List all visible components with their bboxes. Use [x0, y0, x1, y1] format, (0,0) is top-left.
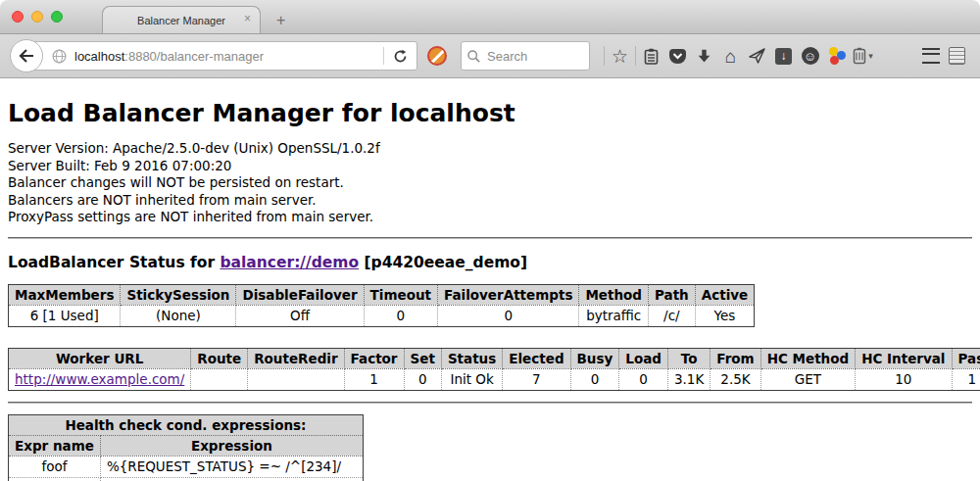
toolbar-separator	[604, 46, 605, 66]
column-header: Active	[695, 284, 755, 305]
back-arrow-icon	[19, 49, 34, 63]
table-cell: %{REQUEST_STATUS} =~ /^[234]/	[100, 456, 363, 477]
balancer-settings-table: MaxMembersStickySessionDisableFailoverTi…	[8, 284, 755, 327]
bookmark-star-icon[interactable]: ☆	[607, 44, 633, 68]
balancer-status-heading: LoadBalancer Status for balancer://demo …	[8, 254, 972, 271]
table-cell	[191, 368, 248, 390]
clipboard-icon[interactable]	[638, 44, 664, 68]
toolbar-separator	[635, 46, 636, 66]
table-cell: 0	[619, 368, 668, 390]
page-thumbnail-icon[interactable]	[944, 44, 970, 68]
balancer-demo-link[interactable]: balancer://demo	[220, 254, 359, 271]
column-header: Expr name	[9, 435, 101, 456]
table-cell: 0	[438, 305, 579, 326]
column-header: Passes	[952, 348, 980, 368]
table-cell: foof	[9, 456, 101, 477]
column-header: Status	[441, 348, 502, 368]
column-header: DisableFailover	[236, 284, 364, 305]
table-cell: 6 [1 Used]	[9, 305, 121, 326]
column-header: Set	[404, 348, 441, 368]
page-content: Load Balancer Manager for localhost Serv…	[0, 78, 980, 481]
tab-bar: Balancer Manager × +	[0, 0, 980, 34]
send-tab-icon[interactable]	[744, 44, 770, 68]
server-version-line: Server Version: Apache/2.5.0-dev (Unix) …	[8, 140, 972, 158]
table-cell: 2.5K	[710, 368, 760, 390]
column-header: RouteRedir	[248, 348, 344, 368]
server-info: Server Version: Apache/2.5.0-dev (Unix) …	[8, 140, 972, 226]
fullscreen-window-button[interactable]	[51, 11, 63, 23]
close-window-button[interactable]	[12, 11, 24, 23]
column-header: MaxMembers	[9, 284, 121, 305]
window-controls	[12, 11, 63, 23]
column-header: Method	[579, 284, 649, 305]
table-cell: 0	[404, 368, 441, 390]
column-header: To	[667, 348, 710, 368]
table-cell: 0	[570, 368, 619, 390]
column-header: Load	[619, 348, 668, 368]
table-cell: foof2	[9, 477, 101, 481]
home-icon[interactable]: ⌂	[717, 44, 744, 68]
column-header: Timeout	[364, 284, 437, 305]
table-cell: Yes	[695, 305, 755, 326]
column-header: Factor	[344, 348, 404, 368]
column-header: Route	[191, 348, 248, 368]
downloads-icon[interactable]	[691, 44, 717, 68]
new-tab-button[interactable]: +	[276, 12, 285, 29]
url-path-text: :8880/balancer-manager	[124, 49, 264, 64]
table-cell: http://www.example.com/	[9, 368, 191, 390]
server-built-line: Server Built: Feb 9 2016 07:00:20	[8, 158, 972, 175]
download-helper-icon[interactable]: ↓	[770, 44, 797, 68]
column-header: Worker URL	[9, 348, 191, 368]
pocket-icon[interactable]	[664, 44, 691, 68]
worker-status-table: Worker URLRouteRouteRedirFactorSetStatus…	[8, 348, 980, 391]
tab-balancer-manager[interactable]: Balancer Manager ×	[102, 6, 261, 33]
divider	[8, 237, 972, 239]
column-header: Path	[649, 284, 696, 305]
feedback-smiley-icon[interactable]: ☺	[797, 44, 823, 68]
table-cell: GET	[760, 368, 856, 390]
search-input[interactable]	[485, 48, 582, 65]
battery-status-icon[interactable]: ▾	[850, 44, 876, 68]
table-cell: bytraffic	[579, 305, 649, 326]
search-bar[interactable]	[461, 41, 590, 71]
back-button[interactable]	[10, 39, 43, 72]
column-header: Elected	[503, 348, 570, 368]
dropdown-caret-icon[interactable]: ▾	[868, 51, 873, 61]
table-cell: 3.1K	[667, 368, 710, 390]
table-cell: 0	[364, 305, 437, 326]
divider	[8, 402, 972, 404]
content-blocked-icon[interactable]	[427, 46, 447, 66]
search-icon	[467, 50, 480, 63]
persist-note-line: Balancer changes will NOT be persisted o…	[8, 174, 972, 192]
page-title: Load Balancer Manager for localhost	[8, 99, 972, 127]
browser-window: Balancer Manager × + localhost:8880/bala…	[0, 0, 980, 481]
column-header: Busy	[570, 348, 619, 368]
column-header: FailoverAttempts	[438, 284, 579, 305]
inherit-note-line: Balancers are NOT inherited from main se…	[8, 192, 972, 210]
balancer-heading-suffix: [p4420eeae_demo]	[359, 254, 527, 271]
extension-dots-icon[interactable]	[823, 44, 850, 68]
column-header: From	[710, 348, 760, 368]
tab-title: Balancer Manager	[137, 15, 225, 26]
url-bar[interactable]: localhost:8880/balancer-manager	[27, 41, 417, 71]
table-cell: hc('body') =~ /domain is established/	[100, 477, 363, 481]
balancer-heading-prefix: LoadBalancer Status for	[8, 254, 220, 271]
column-header: HC Interval	[856, 348, 952, 368]
health-check-expressions-table: Health check cond. expressions:Expr name…	[8, 414, 364, 481]
globe-icon	[52, 49, 67, 64]
table-cell: 7	[503, 368, 570, 390]
table-cell: 1 (0)	[952, 368, 980, 390]
table-cell: /c/	[649, 305, 696, 326]
column-header: StickySession	[121, 284, 236, 305]
table-cell: Init Ok	[441, 368, 502, 390]
minimize-window-button[interactable]	[31, 11, 43, 23]
table-cell: 10	[856, 368, 952, 390]
column-header: Expression	[100, 435, 363, 456]
close-tab-icon[interactable]: ×	[244, 12, 251, 25]
navigation-toolbar: localhost:8880/balancer-manager ☆	[0, 34, 980, 78]
table-cell: Off	[236, 305, 364, 326]
worker-url-link[interactable]: http://www.example.com/	[15, 371, 184, 387]
menu-hamburger-icon[interactable]	[917, 44, 944, 68]
reload-icon[interactable]	[384, 49, 416, 64]
table-title: Health check cond. expressions:	[9, 414, 364, 435]
